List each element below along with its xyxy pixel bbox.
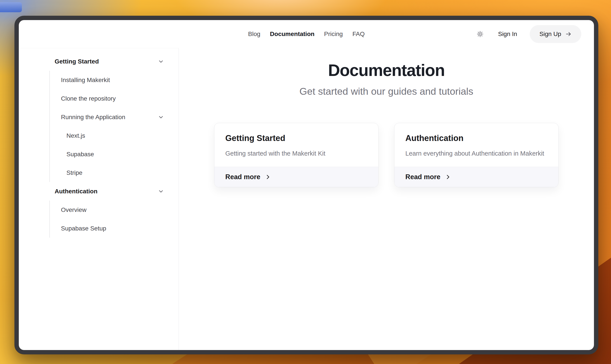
docs-main: Documentation Get started with our guide…: [179, 48, 594, 350]
theme-toggle-button[interactable]: [475, 29, 485, 39]
sidebar-item-label: Running the Application: [61, 114, 125, 121]
nav-link-faq[interactable]: FAQ: [352, 31, 365, 38]
sidebar-item-supabase[interactable]: Supabase: [50, 145, 179, 163]
sign-in-button[interactable]: Sign In: [498, 31, 517, 38]
card-body: Getting Started Getting started with the…: [214, 123, 378, 167]
nav-link-pricing[interactable]: Pricing: [324, 31, 343, 38]
sun-icon: [477, 31, 484, 38]
sidebar-item-nextjs[interactable]: Next.js: [50, 126, 179, 145]
sidebar-item-clone-the-repository[interactable]: Clone the repository: [50, 89, 179, 108]
sidebar-section-label: Getting Started: [55, 58, 99, 65]
card-title: Getting Started: [225, 133, 367, 143]
docs-cards: Getting Started Getting started with the…: [179, 123, 594, 187]
chevron-down-icon: [158, 58, 164, 65]
desktop: Blog Documentation Pricing FAQ: [0, 0, 611, 364]
read-more-link[interactable]: Read more: [214, 167, 378, 187]
sidebar-section: Getting Started Installing Makerkit Clon…: [49, 52, 179, 182]
sidebar-section-getting-started[interactable]: Getting Started: [49, 52, 179, 71]
chevron-down-icon: [158, 114, 164, 120]
docs-sidebar: Getting Started Installing Makerkit Clon…: [19, 48, 179, 350]
card-description: Learn everything about Authentication in…: [405, 150, 547, 157]
page-title: Documentation: [179, 61, 594, 80]
content-area: Getting Started Installing Makerkit Clon…: [19, 48, 594, 350]
wallpaper-artifact: [0, 2, 22, 12]
sidebar-item-supabase-setup[interactable]: Supabase Setup: [50, 219, 179, 238]
sign-up-label: Sign Up: [539, 31, 561, 38]
chevron-down-icon: [158, 188, 164, 195]
sign-up-button[interactable]: Sign Up: [530, 25, 581, 43]
sidebar-item-stripe[interactable]: Stripe: [50, 163, 179, 182]
card-title: Authentication: [405, 133, 547, 143]
read-more-link[interactable]: Read more: [394, 167, 558, 187]
chevron-right-icon: [265, 174, 271, 180]
top-navbar: Blog Documentation Pricing FAQ: [19, 20, 594, 48]
docs-card-authentication[interactable]: Authentication Learn everything about Au…: [394, 123, 558, 187]
read-more-label: Read more: [225, 173, 260, 181]
card-body: Authentication Learn everything about Au…: [394, 123, 558, 167]
sidebar-section: Authentication Overview Supabase Setup: [49, 182, 179, 238]
nav-link-documentation[interactable]: Documentation: [270, 31, 314, 38]
read-more-label: Read more: [405, 173, 440, 181]
sidebar-section-children: Installing Makerkit Clone the repository…: [49, 71, 179, 182]
nav-right-group: Sign In Sign Up: [475, 25, 581, 43]
sidebar-section-label: Authentication: [55, 188, 97, 195]
arrow-right-icon: [565, 31, 572, 37]
sidebar-item-overview[interactable]: Overview: [50, 201, 179, 219]
sidebar-item-running-the-application[interactable]: Running the Application: [50, 108, 179, 126]
sidebar-section-children: Overview Supabase Setup: [49, 201, 179, 238]
card-description: Getting started with the Makerkit Kit: [225, 150, 367, 157]
app-window-content: Blog Documentation Pricing FAQ: [19, 20, 594, 350]
page-subtitle: Get started with our guides and tutorial…: [179, 86, 594, 97]
sidebar-item-installing-makerkit[interactable]: Installing Makerkit: [50, 71, 179, 89]
sidebar-section-authentication[interactable]: Authentication: [49, 182, 179, 201]
app-window: Blog Documentation Pricing FAQ: [14, 16, 598, 354]
nav-link-blog[interactable]: Blog: [248, 31, 260, 38]
chevron-right-icon: [445, 174, 451, 180]
nav-links: Blog Documentation Pricing FAQ: [248, 31, 364, 38]
docs-card-getting-started[interactable]: Getting Started Getting started with the…: [214, 123, 378, 187]
